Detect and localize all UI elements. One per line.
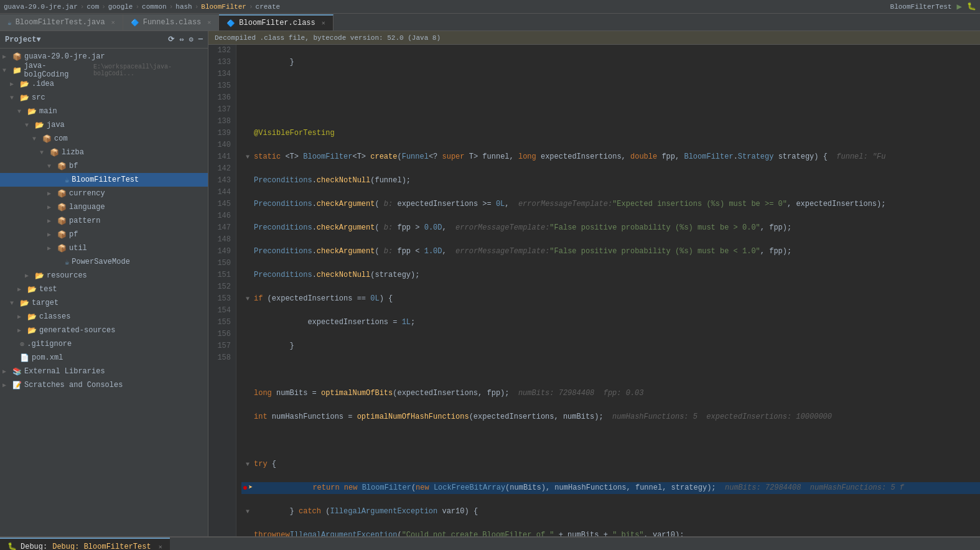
breadcrumb-sep: › bbox=[80, 3, 85, 11]
item-label: target bbox=[32, 299, 58, 307]
expand-arrow: ▼ bbox=[47, 163, 55, 170]
tab-bloomfiltertest[interactable]: ☕ BloomFilterTest.java ✕ bbox=[0, 14, 123, 30]
sidebar-item-gitignore[interactable]: ⊗ .gitignore bbox=[0, 337, 208, 351]
close-icon[interactable]: ✕ bbox=[111, 19, 115, 26]
sidebar-item-main[interactable]: ▼ 📂 main bbox=[0, 105, 208, 118]
item-label: pf bbox=[69, 230, 78, 239]
code-line-150: ● ➤ return new BloomFilter(new LockFreeB… bbox=[241, 482, 980, 494]
expand-arrow: ▶ bbox=[17, 327, 25, 334]
folder-icon: 📂 bbox=[20, 80, 29, 89]
tab-bloomfilter-class[interactable]: 🔷 BloomFilter.class ✕ bbox=[219, 14, 333, 30]
item-label: bf bbox=[69, 162, 78, 170]
expand-arrow: ▶ bbox=[2, 368, 10, 375]
debug-button[interactable]: 🐛 bbox=[967, 2, 976, 11]
tab-label: BloomFilterTest.java bbox=[16, 18, 105, 27]
sidebar-item-bf[interactable]: ▼ 📦 bf bbox=[0, 159, 208, 173]
item-label: .idea bbox=[32, 80, 54, 88]
expand-arrow: ▼ bbox=[10, 95, 17, 101]
sidebar-item-util[interactable]: ▶ 📦 util bbox=[0, 241, 208, 255]
folder-icon: 📂 bbox=[35, 121, 44, 130]
arrow-indicator-icon: ➤ bbox=[248, 482, 253, 494]
tab-funnels[interactable]: 🔷 Funnels.class ✕ bbox=[123, 14, 220, 30]
sidebar-item-com[interactable]: ▼ 📦 com bbox=[0, 132, 208, 146]
folder-icon: 📂 bbox=[27, 312, 37, 322]
folder-icon: 📂 bbox=[20, 93, 29, 103]
expand-arrow: ▶ bbox=[2, 53, 10, 60]
sidebar-item-pattern[interactable]: ▶ 📦 pattern bbox=[0, 214, 208, 228]
java-icon: ☕ bbox=[7, 19, 12, 27]
close-tab-icon[interactable]: ✕ bbox=[159, 543, 162, 551]
debug-tab[interactable]: 🐛 Debug: Debug: BloomFilterTest ✕ bbox=[0, 538, 170, 551]
item-label: .gitignore bbox=[27, 340, 72, 348]
item-label: classes bbox=[39, 312, 70, 321]
sidebar-item-powersavemode[interactable]: ☕ PowerSaveMode bbox=[0, 255, 208, 269]
expand-arrow: ▶ bbox=[2, 381, 10, 389]
bottom-panel: 🐛 Debug: Debug: BloomFilterTest ✕ ▶ ⏸ ■ … bbox=[0, 536, 980, 550]
sidebar-item-target[interactable]: ▼ 📂 target bbox=[0, 296, 208, 310]
code-content[interactable]: 132133134135 136137138139 140141142143 1… bbox=[208, 45, 980, 536]
code-line-139: Preconditions.checkArgument( b: fpp > 0.… bbox=[241, 222, 980, 234]
breadcrumb-item: google bbox=[108, 3, 133, 11]
item-label: java-bolgCoding bbox=[24, 62, 89, 79]
close-icon[interactable]: ✕ bbox=[207, 19, 211, 26]
collapse-icon[interactable]: ⇔ bbox=[179, 35, 184, 44]
expand-arrow: ▶ bbox=[47, 245, 55, 252]
sidebar-item-currency[interactable]: ▶ 📦 currency bbox=[0, 187, 208, 200]
code-line-132: } bbox=[241, 57, 980, 68]
breadcrumb-item: guava-29.0-jre.jar bbox=[4, 3, 78, 11]
item-label: util bbox=[69, 244, 87, 253]
sidebar-item-external-libs[interactable]: ▶ 📚 External Libraries bbox=[0, 365, 208, 378]
item-label: PowerSaveMode bbox=[72, 258, 130, 266]
sidebar-item-pomxml[interactable]: 📄 pom.xml bbox=[0, 351, 208, 365]
package-icon: 📦 bbox=[57, 217, 67, 226]
lib-icon: 📚 bbox=[12, 367, 22, 376]
code-line-140: Preconditions.checkArgument( b: fpp < 1.… bbox=[241, 246, 980, 258]
decompiled-text: Decompiled .class file, bytecode version… bbox=[215, 34, 441, 42]
top-bar-right: BloomFilterTest ▶ 🐛 bbox=[890, 1, 976, 12]
git-icon: ⊗ bbox=[20, 340, 24, 349]
sidebar-item-src[interactable]: ▼ 📂 src bbox=[0, 91, 208, 105]
sidebar-item-pf[interactable]: ▶ 📦 pf bbox=[0, 228, 208, 241]
sidebar-item-resources[interactable]: ▶ 📂 resources bbox=[0, 269, 208, 282]
breadcrumb-method: create bbox=[256, 3, 281, 11]
project-path: E:\workspaceall\java-bolgCodi... bbox=[93, 63, 208, 77]
expand-arrow: ▼ bbox=[10, 300, 17, 307]
code-line-141: Preconditions.checkNotNull(strategy); bbox=[241, 269, 980, 281]
item-label: test bbox=[39, 285, 57, 294]
sidebar-item-test[interactable]: ▶ 📂 test bbox=[0, 282, 208, 296]
expand-arrow: ▶ bbox=[47, 217, 55, 225]
sidebar-item-idea[interactable]: ▶ 📂 .idea bbox=[0, 77, 208, 91]
gutter-142: ▼ bbox=[241, 293, 254, 305]
item-label: java bbox=[47, 121, 65, 129]
sidebar-item-generated-sources[interactable]: ▶ 📂 generated-sources bbox=[0, 324, 208, 337]
expand-arrow: ▼ bbox=[17, 108, 25, 115]
settings-icon[interactable]: ⚙ bbox=[189, 35, 194, 44]
xml-icon: 📄 bbox=[20, 353, 29, 363]
sidebar-item-scratches[interactable]: ▶ 📝 Scratches and Consoles bbox=[0, 378, 208, 392]
code-line-135: @VisibleForTesting bbox=[241, 128, 980, 139]
sidebar-item-java[interactable]: ▼ 📂 java bbox=[0, 118, 208, 132]
sidebar-header: Project ▼ ⟳ ⇔ ⚙ — bbox=[0, 31, 208, 49]
decompiled-notice: Decompiled .class file, bytecode version… bbox=[208, 31, 980, 45]
item-label: generated-sources bbox=[39, 326, 115, 335]
expand-arrow: ▼ bbox=[40, 149, 47, 156]
sidebar-item-project[interactable]: ▼ 📁 java-bolgCoding E:\workspaceall\java… bbox=[0, 63, 208, 77]
code-line-138: Preconditions.checkArgument( b: expected… bbox=[241, 198, 980, 210]
sidebar-content: ▶ 📦 guava-29.0-jre.jar ▼ 📁 java-bolgCodi… bbox=[0, 49, 208, 536]
sidebar-header-icons: ⟳ ⇔ ⚙ — bbox=[168, 35, 203, 44]
sync-icon[interactable]: ⟳ bbox=[168, 35, 174, 44]
close-icon[interactable]: ✕ bbox=[322, 19, 325, 27]
package-icon: 📦 bbox=[57, 230, 67, 240]
annotation: @VisibleForTesting bbox=[254, 128, 335, 139]
sidebar-item-language[interactable]: ▶ 📦 language bbox=[0, 200, 208, 214]
sidebar-item-classes[interactable]: ▶ 📂 classes bbox=[0, 310, 208, 324]
sidebar-item-lizba[interactable]: ▼ 📦 lizba bbox=[0, 146, 208, 159]
minimize-icon[interactable]: — bbox=[198, 35, 203, 44]
package-icon: 📦 bbox=[57, 203, 67, 212]
run-button[interactable]: ▶ bbox=[957, 1, 962, 12]
code-line-137: Preconditions.checkNotNull(funnel); bbox=[241, 175, 980, 187]
folder-icon: 📂 bbox=[27, 285, 37, 294]
tab-label: Funnels.class bbox=[143, 18, 202, 27]
folder-icon: 📂 bbox=[27, 107, 37, 116]
sidebar-item-bloomfiltertest[interactable]: ☕ BloomFilterTest bbox=[0, 173, 208, 187]
